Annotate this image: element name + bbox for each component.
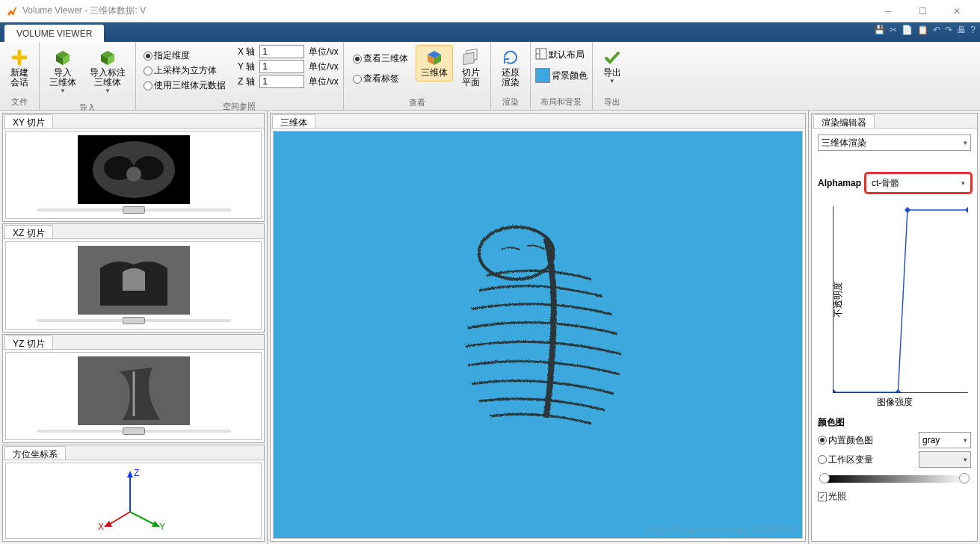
xy-slice-image[interactable] (78, 135, 190, 204)
skeleton-render-icon (396, 208, 680, 462)
range-knob-max[interactable] (959, 473, 970, 483)
copy-icon[interactable]: 📄 (902, 25, 913, 35)
cube-import-icon (54, 49, 72, 67)
svg-marker-21 (127, 471, 133, 477)
cube-labeled-icon (99, 49, 117, 67)
lighting-checkbox[interactable]: 光照 (818, 490, 971, 503)
left-panel: XY 切片 XZ 切片 YZ 切片 (0, 111, 268, 544)
ribbon-group-render: 还原 渲染 渲染 (491, 42, 531, 110)
unit-label: 单位/vx (309, 46, 338, 58)
view3d-canvas[interactable]: https://blog.csdn.net/qq_32809093 (273, 131, 803, 539)
chevron-down-icon: ▾ (964, 456, 967, 463)
orientation-tab[interactable]: 方位坐标系 (4, 446, 66, 460)
volume-button[interactable]: 三维体 (416, 45, 453, 81)
cut-icon[interactable]: ✂ (890, 25, 897, 35)
restore-icon (502, 49, 520, 67)
orientation-panel: 方位坐标系 Z Y X (2, 445, 265, 542)
color-swatch-icon (535, 68, 550, 83)
svg-line-24 (108, 512, 130, 525)
ribbon-group-file: 新建 会话 文件 (0, 42, 40, 110)
alphamap-label: Alphamap (818, 178, 861, 188)
ribbon-tabstrip: VOLUME VIEWER 💾 ✂ 📄 📋 ↶ ↷ 🖶 ? (0, 22, 980, 42)
import-labeled-button[interactable]: 导入标注 三维体 ▼ (84, 45, 131, 98)
radio-view-labels[interactable]: 查看标签 (353, 72, 408, 85)
x-axis-label: X 轴 (238, 46, 255, 58)
xy-slice-slider[interactable] (37, 208, 231, 211)
svg-rect-10 (463, 52, 474, 64)
y-axis-letter: Y (159, 522, 165, 532)
chevron-down-icon: ▾ (964, 436, 967, 444)
x-axis-input[interactable] (259, 45, 304, 58)
colormap-range-slider[interactable] (822, 475, 967, 483)
default-layout-checkbox[interactable]: 默认布局 (535, 48, 585, 62)
xz-slice-tab[interactable]: XZ 切片 (4, 225, 53, 238)
y-axis-label: Y 轴 (238, 61, 255, 73)
orientation-axes[interactable]: Z Y X (96, 467, 171, 534)
layout-icon (535, 48, 547, 62)
print-icon[interactable]: 🖶 (957, 25, 966, 35)
colormap-header: 颜色图 (818, 416, 971, 429)
radio-upsample-cube[interactable]: 上采样为立方体 (144, 64, 226, 77)
yz-slice-slider[interactable] (37, 430, 231, 433)
render-mode-dropdown[interactable]: 三维体渲染 ▾ (818, 135, 971, 151)
radio-builtin-cmap[interactable]: 内置颜色图 (818, 434, 914, 447)
render-editor-tab[interactable]: 渲染编辑器 (813, 114, 875, 128)
paste-icon[interactable]: 📋 (917, 25, 928, 35)
xz-slice-slider[interactable] (37, 319, 231, 322)
ribbon-group-export: 导出 ▼ 导出 (593, 42, 632, 110)
workspace: XY 切片 XZ 切片 YZ 切片 (0, 111, 980, 544)
redo-icon[interactable]: ↷ (945, 25, 952, 35)
ribbon-group-layout: 默认布局 背景颜色 布局和背景 (531, 42, 593, 110)
bg-color-button[interactable]: 背景颜色 (535, 68, 588, 83)
colormap-dropdown[interactable]: gray▾ (919, 432, 971, 448)
svg-point-17 (126, 167, 141, 182)
maximize-button[interactable]: ☐ (905, 0, 940, 22)
watermark-text: https://blog.csdn.net/qq_32809093 (647, 524, 797, 535)
undo-icon[interactable]: ↶ (933, 25, 940, 35)
xz-slice-image[interactable] (78, 246, 190, 315)
export-button[interactable]: 导出 ▼ (597, 45, 627, 88)
unit-label: 单位/vx (309, 75, 338, 88)
ribbon-group-import: 导入 三维体 ▼ 导入标注 三维体 ▼ 导入 (40, 42, 136, 110)
z-axis-letter: Z (134, 468, 139, 478)
ribbon-group-view: 查看三维体 查看标签 三维体 切片 平面 查看 (344, 42, 491, 110)
dropdown-arrow-icon: ▼ (609, 78, 615, 84)
minimize-button[interactable]: ─ (871, 0, 905, 22)
view3d-panel: 三维体 https://blog.csdn.net/qq_32809093 (270, 113, 806, 542)
new-session-button[interactable]: 新建 会话 (4, 45, 34, 91)
save-icon[interactable]: 💾 (874, 25, 885, 35)
alphamap-dropdown[interactable]: ct-骨骼 ▾ (867, 175, 970, 191)
cube-color-icon (425, 49, 443, 67)
yz-slice-image[interactable] (78, 356, 190, 425)
xy-slice-panel: XY 切片 (2, 113, 265, 222)
window-title: Volume Viewer - 三维体数据: V (22, 4, 871, 17)
svg-rect-30 (965, 207, 968, 213)
radio-specify-dims[interactable]: 指定维度 (144, 49, 226, 62)
import-volume-button[interactable]: 导入 三维体 ▼ (44, 45, 81, 98)
ribbon-tab-volume-viewer[interactable]: VOLUME VIEWER (4, 25, 104, 42)
z-axis-label: Z 轴 (238, 75, 255, 88)
yz-slice-tab[interactable]: YZ 切片 (4, 336, 53, 349)
right-panel: 渲染编辑器 三维体渲染 ▾ Alphamap ct-骨骼 ▾ (808, 111, 980, 544)
alphamap-curve-chart[interactable]: 不透明度 (833, 206, 968, 393)
radio-view-3d[interactable]: 查看三维体 (353, 52, 408, 65)
slice-plane-button[interactable]: 切片 平面 (456, 45, 486, 91)
view3d-tab[interactable]: 三维体 (272, 114, 315, 128)
xy-slice-tab[interactable]: XY 切片 (4, 114, 53, 128)
chevron-down-icon: ▾ (961, 179, 965, 187)
y-axis-input[interactable] (259, 60, 304, 73)
help-icon[interactable]: ? (970, 25, 976, 35)
close-button[interactable]: ✕ (940, 0, 974, 22)
svg-rect-28 (895, 389, 901, 392)
title-bar: Volume Viewer - 三维体数据: V ─ ☐ ✕ (0, 0, 980, 22)
check-icon (603, 49, 621, 67)
range-knob-min[interactable] (819, 473, 830, 483)
plus-icon (10, 49, 28, 67)
radio-workspace-var[interactable]: 工作区变量 (818, 454, 914, 466)
z-axis-input[interactable] (259, 75, 304, 88)
restore-render-button[interactable]: 还原 渲染 (496, 45, 526, 91)
radio-use-metadata[interactable]: 使用三维体元数据 (144, 79, 226, 92)
xz-slice-panel: XZ 切片 (2, 223, 265, 333)
render-editor-panel: 渲染编辑器 三维体渲染 ▾ Alphamap ct-骨骼 ▾ (811, 113, 978, 542)
workspace-var-dropdown[interactable]: ▾ (919, 451, 971, 468)
